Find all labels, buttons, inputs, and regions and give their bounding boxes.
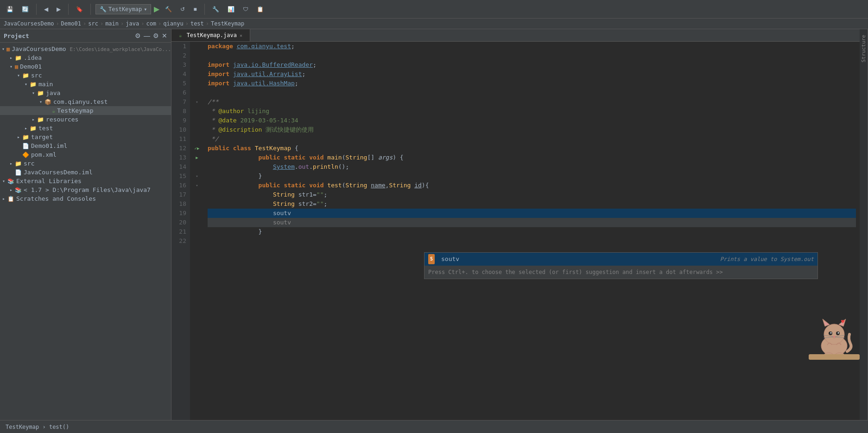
folder-java-icon: 📁 <box>37 90 44 96</box>
build-button[interactable]: 🔨 <box>162 5 175 14</box>
tree-arrow-scratches <box>0 196 7 201</box>
sidebar-header: Project ⚙ — ⚙ ✕ <box>0 29 171 43</box>
run-button[interactable]: ▶ <box>154 5 159 13</box>
tree-item-main[interactable]: 📁 main <box>0 80 171 89</box>
java-file-icon: ☕ <box>52 108 55 114</box>
separator-2 <box>68 4 69 15</box>
tree-arrow-test <box>22 126 30 131</box>
code-line-19: soutv <box>208 209 856 218</box>
tree-label-package: com.qianyu.test <box>53 98 108 105</box>
javacourses-iml-icon: 📄 <box>15 169 22 176</box>
dropdown-arrow-icon: ▾ <box>144 6 147 13</box>
tree-arrow-ext-libs <box>0 178 7 184</box>
code-line-5: import java.util.HashMap; <box>208 79 856 88</box>
folder-idea-icon: 📁 <box>15 55 22 61</box>
run-config-label: TestKeymap <box>108 6 142 13</box>
sidebar-collapse-icon[interactable]: — <box>144 32 150 39</box>
git-button[interactable]: 📋 <box>254 5 266 14</box>
tree-arrow-idea <box>7 55 15 60</box>
breadcrumb-src[interactable]: src <box>88 20 98 27</box>
code-line-18: String str2=""; <box>208 199 856 209</box>
autocomplete-popup[interactable]: S soutv Prints a value to System.out Pre… <box>424 252 818 279</box>
tree-item-testkeymap[interactable]: ☕ TestKeymap <box>0 106 171 115</box>
forward-button[interactable]: ▶ <box>54 5 63 14</box>
side-structure: Structure <box>860 29 868 420</box>
folder-resources-icon: 📁 <box>37 116 44 123</box>
tree-label-demo01iml: Demo01.iml <box>31 142 67 149</box>
java7-icon: 📚 <box>15 187 22 193</box>
tree-label-resources: resources <box>46 116 78 123</box>
editor-tabs: ☕ TestKeymap.java ✕ <box>171 29 860 42</box>
code-editor[interactable]: 12345 678910 1112131415 1617181920 2122 … <box>171 42 860 420</box>
breadcrumb-qianyu[interactable]: qianyu <box>163 20 183 27</box>
sidebar-settings2-icon[interactable]: ⚙ <box>153 32 159 39</box>
tree-item-target[interactable]: 📁 target <box>0 133 171 141</box>
tree-arrow-demo01 <box>7 64 15 69</box>
code-line-6 <box>208 88 856 97</box>
tree-label-testkeymap: TestKeymap <box>57 107 93 114</box>
tree-item-javacourses[interactable]: ▦ JavaCoursesDemo E:\Codes\idea_workplac… <box>0 45 171 53</box>
autocomplete-item-soutv[interactable]: S soutv Prints a value to System.out <box>424 253 817 266</box>
stop-button[interactable]: ■ <box>190 5 199 14</box>
tree-item-test[interactable]: 📁 test <box>0 124 171 133</box>
tree-item-src2[interactable]: 📁 src <box>0 159 171 168</box>
bookmark-button[interactable]: 🔖 <box>73 5 86 14</box>
coverage-button[interactable]: 🛡 <box>240 5 251 14</box>
tree-item-demo01iml[interactable]: 📄 Demo01.iml <box>0 141 171 150</box>
breadcrumb-demo01[interactable]: Demo01 <box>61 20 81 27</box>
code-line-7: /** <box>208 97 856 107</box>
breadcrumb-com[interactable]: com <box>146 20 156 27</box>
tree-item-scratches[interactable]: 📋 Scratches and Consoles <box>0 194 171 203</box>
tree-arrow-package <box>37 99 44 104</box>
tree-item-idea[interactable]: 📁 .idea <box>0 53 171 62</box>
run-config-icon: 🔧 <box>100 6 107 13</box>
tree-item-java[interactable]: 📁 java <box>0 89 171 97</box>
run-config-dropdown[interactable]: 🔧 TestKeymap ▾ <box>95 4 151 14</box>
tree-label-scratches: Scratches and Consoles <box>16 195 96 202</box>
code-line-2 <box>208 51 856 60</box>
code-line-13: public static void main(String[] args) { <box>208 153 856 162</box>
tree-item-src[interactable]: 📁 src <box>0 71 171 80</box>
folder-target-icon: 📁 <box>22 134 29 140</box>
separator-3 <box>90 4 91 15</box>
tree-item-demo01[interactable]: ▦ Demo01 <box>0 62 171 71</box>
profiler-button[interactable]: 📊 <box>225 5 237 14</box>
breadcrumb-main[interactable]: main <box>105 20 119 27</box>
tab-close-button[interactable]: ✕ <box>240 33 242 38</box>
save-button[interactable]: 💾 <box>4 5 16 14</box>
tab-java-icon: ☕ <box>179 32 182 38</box>
code-line-4: import java.util.ArrayList; <box>208 70 856 79</box>
breadcrumb-java[interactable]: java <box>126 20 139 27</box>
breadcrumb-testkeymap[interactable]: TestKeymap <box>211 20 244 27</box>
project-tree: ▦ JavaCoursesDemo E:\Codes\idea_workplac… <box>0 43 171 420</box>
editor: ☕ TestKeymap.java ✕ 12345 678910 1112131… <box>171 29 860 420</box>
code-line-16: public static void test(String name,Stri… <box>208 181 856 190</box>
tree-label-java7: < 1.7 > D:\Program Files\Java\java7 <box>24 186 151 193</box>
scratches-icon: 📋 <box>7 196 14 202</box>
code-line-11: */ <box>208 134 856 144</box>
code-line-15: } <box>208 172 856 181</box>
breadcrumb-javacourses[interactable]: JavaCoursesDemo <box>4 20 54 27</box>
sdk-button[interactable]: 🔧 <box>209 5 222 14</box>
autocomplete-soutv-text: soutv <box>441 255 459 264</box>
tree-item-java7[interactable]: 📚 < 1.7 > D:\Program Files\Java\java7 <box>0 185 171 194</box>
sidebar-settings-icon[interactable]: ⚙ <box>135 32 141 39</box>
structure-label[interactable]: Structure <box>860 33 868 64</box>
tree-item-package[interactable]: 📦 com.qianyu.test <box>0 97 171 106</box>
code-line-12: public class TestKeymap { <box>208 144 856 153</box>
code-content[interactable]: package com.qianyu.test; import java.io.… <box>204 42 860 420</box>
tree-item-javacourses-iml[interactable]: 📄 JavaCoursesDemo.iml <box>0 168 171 177</box>
reload-button[interactable]: ↺ <box>177 5 188 14</box>
sidebar-close-icon[interactable]: ✕ <box>162 32 167 39</box>
sync-button[interactable]: 🔄 <box>19 5 32 14</box>
main-area: Project ⚙ — ⚙ ✕ ▦ JavaCoursesDemo E:\Cod… <box>0 29 868 420</box>
tree-item-ext-libs[interactable]: 📚 External Libraries <box>0 177 171 185</box>
tree-item-resources[interactable]: 📁 resources <box>0 115 171 124</box>
breadcrumb-test[interactable]: test <box>190 20 204 27</box>
folder-test-icon: 📁 <box>30 125 37 132</box>
tab-testkeymap[interactable]: ☕ TestKeymap.java ✕ <box>171 29 250 41</box>
back-button[interactable]: ◀ <box>41 5 51 14</box>
line-numbers: 12345 678910 1112131415 1617181920 2122 <box>171 42 190 420</box>
tree-item-pomxml[interactable]: 🔶 pom.xml <box>0 150 171 159</box>
tree-label-javacourses-iml: JavaCoursesDemo.iml <box>24 169 93 176</box>
